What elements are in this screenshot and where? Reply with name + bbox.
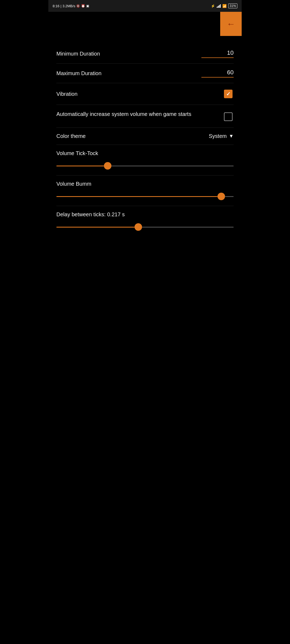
header: ← <box>48 12 242 39</box>
maximum-duration-input[interactable] <box>201 69 234 78</box>
delay-between-ticks-label: Delay between ticks: 0.217 s <box>56 211 234 218</box>
bluetooth-icon: ⚡ <box>211 4 215 8</box>
back-button[interactable]: ← <box>220 12 242 36</box>
color-theme-label: Color theme <box>56 133 209 139</box>
back-arrow-icon: ← <box>227 19 235 29</box>
volume-bumm-section: Volume Bumm <box>56 175 234 206</box>
delay-between-ticks-slider-wrapper <box>56 223 234 231</box>
volume-tick-tock-slider[interactable] <box>56 166 234 166</box>
mute-icon: 🔇 <box>76 4 80 8</box>
battery-display: 31% <box>228 3 237 8</box>
status-right: ⚡ 📶 31% <box>211 3 237 8</box>
sim-icon: ▣ <box>86 4 89 8</box>
status-left: 8:16 | 3.2MB/s 🔇 ⏰ ▣ <box>53 4 89 8</box>
checkmark-icon: ✓ <box>226 91 231 97</box>
status-bar: 8:16 | 3.2MB/s 🔇 ⏰ ▣ ⚡ 📶 31% <box>48 0 242 12</box>
auto-volume-checkbox[interactable] <box>224 112 233 121</box>
delay-between-ticks-slider[interactable] <box>56 227 234 228</box>
vibration-row: Vibration ✓ <box>56 83 234 105</box>
minimum-duration-label: Minimum Duration <box>56 51 201 57</box>
volume-bumm-slider-wrapper <box>56 192 234 200</box>
volume-tick-tock-slider-wrapper <box>56 162 234 170</box>
auto-volume-checkbox-container <box>223 111 234 122</box>
vibration-label: Vibration <box>56 91 223 97</box>
alarm-icon: ⏰ <box>81 4 85 8</box>
maximum-duration-label: Maximum Duration <box>56 70 201 76</box>
maximum-duration-row: Maximum Duration <box>56 64 234 83</box>
auto-volume-label: Automatically increase system volume whe… <box>56 110 223 118</box>
delay-between-ticks-section: Delay between ticks: 0.217 s <box>56 206 234 236</box>
minimum-duration-row: Minimum Duration <box>56 44 234 63</box>
volume-tick-tock-label: Volume Tick-Tock <box>56 150 234 156</box>
wifi-icon: 📶 <box>222 4 227 8</box>
vibration-checkbox-container: ✓ <box>223 89 234 99</box>
auto-volume-row: Automatically increase system volume whe… <box>56 105 234 127</box>
color-theme-value: System <box>209 133 227 139</box>
vibration-checkbox[interactable]: ✓ <box>224 90 233 98</box>
color-theme-dropdown[interactable]: System ▼ <box>209 133 234 139</box>
network-speed: 3.2MB/s <box>63 4 75 8</box>
color-theme-row: Color theme System ▼ <box>56 128 234 145</box>
chevron-down-icon: ▼ <box>229 133 234 139</box>
separator: | <box>60 4 61 8</box>
time-display: 8:16 <box>53 4 59 8</box>
volume-tick-tock-section: Volume Tick-Tock <box>56 145 234 175</box>
volume-bumm-slider[interactable] <box>56 196 234 197</box>
signal-bars <box>217 4 221 8</box>
settings-content: Minimum Duration Maximum Duration Vibrat… <box>48 39 242 242</box>
volume-bumm-label: Volume Bumm <box>56 181 234 187</box>
minimum-duration-input[interactable] <box>201 49 234 58</box>
